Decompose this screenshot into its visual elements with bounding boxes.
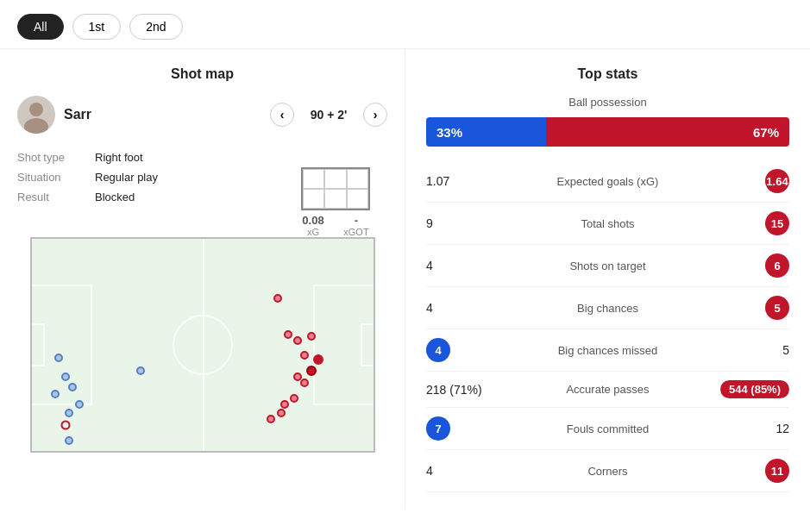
stat-away-fouls: 12 xyxy=(712,422,789,435)
stat-away-bigchances: 5 xyxy=(712,296,789,320)
shot-dot-away xyxy=(290,394,298,403)
shot-dot-away xyxy=(307,332,316,341)
prev-arrow[interactable]: ‹ xyxy=(270,103,294,127)
xgot-label: xGOT xyxy=(343,227,368,237)
situation-value: Regular play xyxy=(95,169,387,185)
stat-name-totalshots: Total shots xyxy=(504,217,712,230)
stat-away-sot: 6 xyxy=(712,253,789,278)
stat-away-passes: 544 (85%) xyxy=(712,380,789,398)
shot-dot-outlined xyxy=(61,421,71,430)
shot-map-section: Shot map Sarr ‹ 90 + 2' › Shot type Righ… xyxy=(0,49,405,510)
stat-name-passes: Accurate passes xyxy=(504,383,712,396)
main-content: Shot map Sarr ‹ 90 + 2' › Shot type Righ… xyxy=(0,49,810,510)
badge-xg: 1.64 xyxy=(765,169,789,193)
shot-dot xyxy=(75,400,84,409)
stat-home-totalshots: 9 xyxy=(426,216,504,230)
period-2nd-button[interactable]: 2nd xyxy=(129,14,182,40)
stat-home-xg: 1.07 xyxy=(426,174,504,188)
stat-home-fouls: 7 xyxy=(426,416,504,441)
player-name: Sarr xyxy=(64,107,261,122)
stat-plain-fouls: 12 xyxy=(775,422,789,435)
top-stats-section: Top stats Ball possession 33% 67% 1.07 E… xyxy=(405,49,810,510)
possession-bar: 33% 67% xyxy=(426,117,789,147)
stat-name-corners: Corners xyxy=(504,465,712,478)
shot-dot xyxy=(51,390,60,398)
stat-name-sot: Shots on target xyxy=(504,260,712,272)
shot-dot-away xyxy=(273,294,282,303)
badge-bigmissed-home: 4 xyxy=(426,338,450,362)
stat-row-totalshots: 9 Total shots 15 xyxy=(426,203,789,245)
pitch-container xyxy=(17,237,387,453)
xg-value: 0.08 xyxy=(302,214,323,227)
player-avatar xyxy=(17,96,55,134)
player-time: 90 + 2' xyxy=(303,108,355,122)
shot-dot xyxy=(68,383,77,391)
shot-dot-away xyxy=(306,366,317,376)
stat-name-xg: Expected goals (xG) xyxy=(504,175,712,188)
possession-away: 67% xyxy=(546,117,789,147)
period-1st-button[interactable]: 1st xyxy=(72,14,122,40)
stat-row-bigmissed: 4 Big chances missed 5 xyxy=(426,329,789,372)
stat-away-xg: 1.64 xyxy=(712,169,789,193)
goal-left xyxy=(32,323,45,366)
shot-dot xyxy=(65,436,73,445)
shot-dot-away xyxy=(267,415,275,423)
stat-home-passes: 218 (71%) xyxy=(426,383,504,397)
next-arrow[interactable]: › xyxy=(363,103,387,127)
stat-row-xg: 1.07 Expected goals (xG) 1.64 xyxy=(426,160,789,203)
badge-fouls-home: 7 xyxy=(426,416,450,441)
player-row: Sarr ‹ 90 + 2' › xyxy=(17,96,387,134)
shot-dot xyxy=(65,409,73,417)
stat-name-bigchances: Big chances xyxy=(504,302,712,315)
top-bar: All 1st 2nd xyxy=(0,0,810,49)
stat-row-bigchances: 4 Big chances 5 xyxy=(426,287,789,329)
stat-home-bigchances: 4 xyxy=(426,301,504,315)
badge-passes: 544 (85%) xyxy=(720,380,789,398)
shot-dot-away xyxy=(300,351,309,360)
stat-row-sot: 4 Shots on target 6 xyxy=(426,245,789,287)
shot-map-title: Shot map xyxy=(17,66,387,82)
shot-dot-away xyxy=(284,330,292,339)
goal-stats: 0.08 xG - xGOT xyxy=(301,214,370,237)
stat-name-fouls: Fouls committed xyxy=(504,422,712,435)
shot-dot xyxy=(54,354,63,362)
shot-type-value: Right foot xyxy=(95,149,387,166)
xg-label: xG xyxy=(302,227,323,237)
shot-dot-away xyxy=(280,400,289,409)
shot-dot xyxy=(61,372,70,381)
shot-dot-away xyxy=(293,336,302,345)
center-circle xyxy=(173,315,233,375)
situation-label: Situation xyxy=(17,169,95,185)
stat-row-fouls: 7 Fouls committed 12 xyxy=(426,408,789,450)
period-all-button[interactable]: All xyxy=(17,14,64,40)
result-label: Result xyxy=(17,189,95,205)
stat-away-totalshots: 15 xyxy=(712,211,789,235)
shot-dot-away xyxy=(300,379,309,387)
goal-right xyxy=(361,323,374,366)
badge-bigchances: 5 xyxy=(765,296,789,320)
stat-away-bigmissed: 5 xyxy=(712,343,789,357)
stat-home-bigmissed: 4 xyxy=(426,338,504,362)
stat-row-corners: 4 Corners 11 xyxy=(426,450,789,492)
result-value: Blocked xyxy=(95,189,387,205)
shot-details: Shot type Right foot Situation Regular p… xyxy=(17,149,387,205)
badge-corners: 11 xyxy=(765,459,789,483)
shot-type-label: Shot type xyxy=(17,149,95,166)
top-stats-title: Top stats xyxy=(426,66,789,82)
pitch xyxy=(30,237,375,453)
stat-away-corners: 11 xyxy=(712,459,789,483)
stat-row-passes: 218 (71%) Accurate passes 544 (85%) xyxy=(426,372,789,408)
shot-dot-away xyxy=(313,354,323,365)
badge-sot: 6 xyxy=(765,253,789,278)
shot-dot xyxy=(136,366,145,375)
stat-home-sot: 4 xyxy=(426,259,504,272)
possession-label: Ball possession xyxy=(426,96,789,109)
stat-name-bigmissed: Big chances missed xyxy=(504,344,712,357)
shot-dot-away xyxy=(277,409,286,417)
possession-home: 33% xyxy=(426,117,546,147)
xgot-value: - xyxy=(343,214,368,227)
badge-totalshots: 15 xyxy=(765,211,789,235)
svg-point-1 xyxy=(29,103,43,116)
stat-home-corners: 4 xyxy=(426,464,504,478)
stat-plain-bigmissed: 5 xyxy=(782,343,789,357)
